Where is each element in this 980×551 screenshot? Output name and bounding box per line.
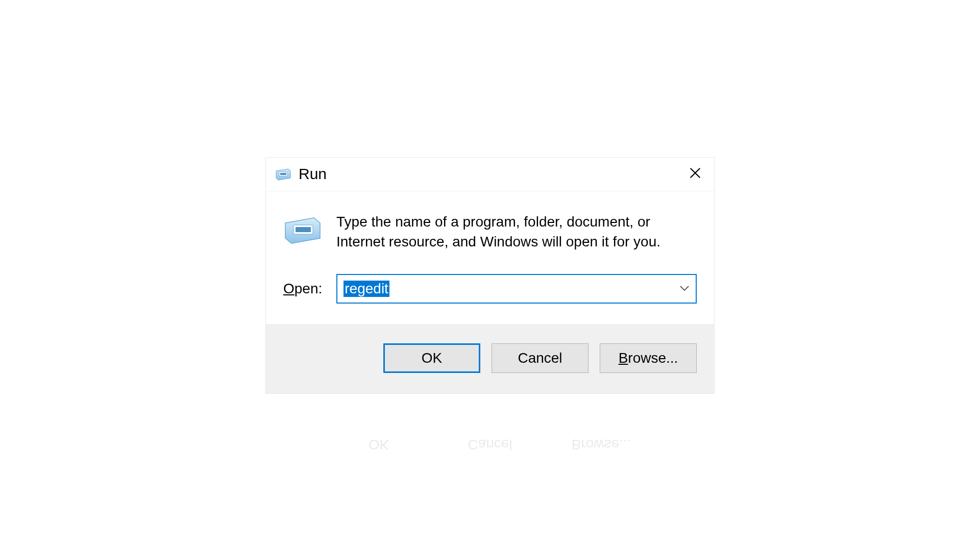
run-dialog: Run — [265, 157, 715, 394]
dialog-content: Type the name of a program, folder, docu… — [266, 191, 714, 324]
open-label: Open: — [283, 281, 322, 297]
browse-button[interactable]: Browse... — [600, 343, 697, 373]
cancel-button[interactable]: Cancel — [492, 343, 589, 373]
run-icon-large — [283, 214, 322, 244]
open-combobox[interactable]: regedit — [336, 274, 697, 304]
titlebar: Run — [266, 158, 714, 191]
description-row: Type the name of a program, folder, docu… — [283, 212, 697, 252]
titlebar-title: Run — [299, 165, 682, 183]
open-input-value: regedit — [344, 281, 389, 297]
button-bar: OK Cancel Browse... — [266, 324, 714, 393]
svg-rect-1 — [280, 173, 286, 175]
reflection: OK Cancel Browse... — [330, 430, 650, 459]
close-button[interactable] — [682, 161, 708, 187]
close-icon — [688, 166, 702, 182]
open-input-row: Open: regedit — [283, 274, 697, 304]
svg-rect-5 — [296, 227, 311, 232]
description-text: Type the name of a program, folder, docu… — [336, 212, 697, 252]
open-input[interactable]: regedit — [336, 274, 697, 304]
run-icon — [275, 166, 291, 182]
ok-button[interactable]: OK — [383, 343, 480, 373]
